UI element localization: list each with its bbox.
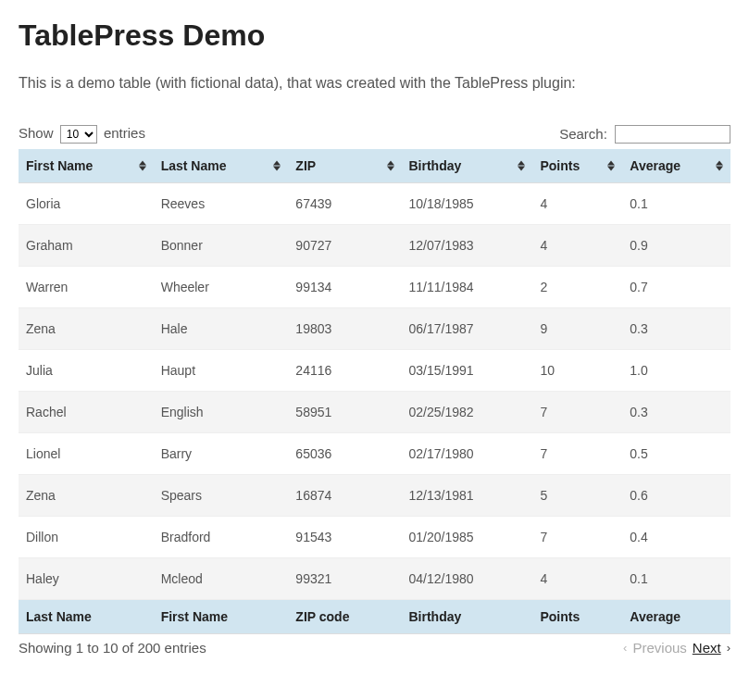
cell-first: Julia bbox=[19, 350, 154, 392]
search-label: Search: bbox=[559, 126, 607, 142]
column-header-label: Last Name bbox=[161, 158, 227, 173]
column-header[interactable]: Points bbox=[532, 149, 622, 183]
column-header[interactable]: First Name bbox=[19, 149, 154, 183]
table-row: DillonBradford9154301/20/198570.4 bbox=[19, 517, 730, 558]
table-row: HaleyMcleod9932104/12/198040.1 bbox=[19, 558, 730, 600]
cell-first: Graham bbox=[19, 225, 154, 267]
pager: ‹ Previous Next › bbox=[623, 640, 730, 656]
column-header-label: Average bbox=[630, 158, 680, 173]
column-header[interactable]: ZIP bbox=[288, 149, 401, 183]
table-row: LionelBarry6503602/17/198070.5 bbox=[19, 433, 730, 475]
search-control: Search: bbox=[559, 125, 730, 144]
cell-points: 7 bbox=[532, 392, 622, 433]
show-entries-control: Show 10 entries bbox=[19, 125, 145, 144]
column-header-label: ZIP bbox=[295, 158, 316, 173]
cell-zip: 91543 bbox=[288, 517, 401, 558]
cell-birthday: 12/07/1983 bbox=[402, 225, 533, 267]
search-input[interactable] bbox=[615, 125, 730, 144]
cell-points: 7 bbox=[532, 517, 622, 558]
column-header[interactable]: Birthday bbox=[402, 149, 533, 183]
cell-birthday: 01/20/1985 bbox=[402, 517, 533, 558]
cell-avg: 0.9 bbox=[622, 225, 730, 267]
cell-first: Lionel bbox=[19, 433, 154, 475]
table-row: WarrenWheeler9913411/11/198420.7 bbox=[19, 267, 730, 308]
cell-zip: 19803 bbox=[288, 308, 401, 350]
cell-first: Rachel bbox=[19, 392, 154, 433]
cell-zip: 99321 bbox=[288, 558, 401, 600]
cell-first: Warren bbox=[19, 267, 154, 308]
column-header-label: First Name bbox=[26, 158, 93, 173]
column-header-label: Points bbox=[540, 158, 580, 173]
cell-points: 4 bbox=[532, 183, 622, 225]
cell-points: 10 bbox=[532, 350, 622, 392]
cell-avg: 0.3 bbox=[622, 392, 730, 433]
cell-first: Zena bbox=[19, 475, 154, 517]
show-prefix: Show bbox=[19, 125, 54, 141]
cell-birthday: 06/17/1987 bbox=[402, 308, 533, 350]
cell-points: 4 bbox=[532, 558, 622, 600]
chevron-left-icon: ‹ bbox=[623, 641, 627, 655]
cell-zip: 65036 bbox=[288, 433, 401, 475]
cell-points: 5 bbox=[532, 475, 622, 517]
cell-avg: 0.5 bbox=[622, 433, 730, 475]
cell-avg: 0.4 bbox=[622, 517, 730, 558]
cell-birthday: 10/18/1985 bbox=[402, 183, 533, 225]
cell-last: Hale bbox=[154, 308, 289, 350]
cell-avg: 1.0 bbox=[622, 350, 730, 392]
cell-zip: 99134 bbox=[288, 267, 401, 308]
cell-avg: 0.3 bbox=[622, 308, 730, 350]
cell-birthday: 04/12/1980 bbox=[402, 558, 533, 600]
table-row: ZenaHale1980306/17/198790.3 bbox=[19, 308, 730, 350]
cell-avg: 0.7 bbox=[622, 267, 730, 308]
show-suffix: entries bbox=[104, 125, 145, 141]
cell-first: Haley bbox=[19, 558, 154, 600]
sort-icon bbox=[387, 161, 394, 171]
footer-header: Points bbox=[532, 600, 622, 634]
cell-last: Haupt bbox=[154, 350, 289, 392]
sort-icon bbox=[273, 161, 281, 171]
cell-last: Spears bbox=[154, 475, 289, 517]
cell-zip: 90727 bbox=[288, 225, 401, 267]
chevron-right-icon: › bbox=[727, 641, 730, 655]
cell-points: 9 bbox=[532, 308, 622, 350]
footer-header: First Name bbox=[154, 600, 289, 634]
cell-zip: 67439 bbox=[288, 183, 401, 225]
column-header[interactable]: Last Name bbox=[154, 149, 289, 183]
table-row: RachelEnglish5895102/25/198270.3 bbox=[19, 392, 730, 433]
next-button[interactable]: Next bbox=[693, 640, 721, 656]
column-header-label: Birthday bbox=[409, 158, 462, 173]
sort-icon bbox=[518, 161, 525, 171]
cell-last: Mcleod bbox=[154, 558, 289, 600]
cell-birthday: 11/11/1984 bbox=[402, 267, 533, 308]
cell-avg: 0.6 bbox=[622, 475, 730, 517]
column-header[interactable]: Average bbox=[622, 149, 730, 183]
sort-icon bbox=[139, 161, 146, 171]
entries-select[interactable]: 10 bbox=[60, 125, 97, 144]
cell-birthday: 03/15/1991 bbox=[402, 350, 533, 392]
footer-header: ZIP code bbox=[288, 600, 401, 634]
table-row: GloriaReeves6743910/18/198540.1 bbox=[19, 183, 730, 225]
page-title: TablePress Demo bbox=[19, 19, 730, 53]
prev-button[interactable]: Previous bbox=[632, 640, 686, 656]
cell-first: Dillon bbox=[19, 517, 154, 558]
cell-birthday: 12/13/1981 bbox=[402, 475, 533, 517]
sort-icon bbox=[716, 161, 723, 171]
cell-avg: 0.1 bbox=[622, 558, 730, 600]
cell-birthday: 02/17/1980 bbox=[402, 433, 533, 475]
cell-avg: 0.1 bbox=[622, 183, 730, 225]
cell-last: Reeves bbox=[154, 183, 289, 225]
table-row: ZenaSpears1687412/13/198150.6 bbox=[19, 475, 730, 517]
intro-text: This is a demo table (with fictional dat… bbox=[19, 75, 730, 92]
cell-last: Barry bbox=[154, 433, 289, 475]
table-row: JuliaHaupt2411603/15/1991101.0 bbox=[19, 350, 730, 392]
cell-last: English bbox=[154, 392, 289, 433]
cell-birthday: 02/25/1982 bbox=[402, 392, 533, 433]
cell-points: 7 bbox=[532, 433, 622, 475]
data-table: First NameLast NameZIPBirthdayPointsAver… bbox=[19, 149, 730, 634]
cell-last: Wheeler bbox=[154, 267, 289, 308]
cell-points: 4 bbox=[532, 225, 622, 267]
footer-header: Average bbox=[622, 600, 730, 634]
footer-header: Last Name bbox=[19, 600, 154, 634]
cell-points: 2 bbox=[532, 267, 622, 308]
table-info: Showing 1 to 10 of 200 entries bbox=[19, 640, 206, 656]
